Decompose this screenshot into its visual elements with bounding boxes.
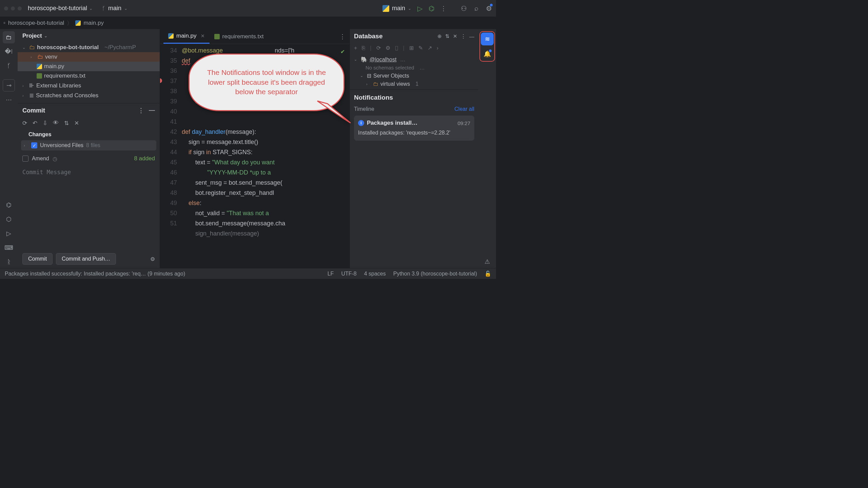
python-icon xyxy=(382,5,389,12)
more-tool-button[interactable]: ⋯ xyxy=(3,94,15,106)
python-icon xyxy=(37,64,42,69)
code-with-me-icon[interactable]: ⚇ xyxy=(461,4,467,13)
minimize-icon[interactable]: — xyxy=(149,107,155,114)
settings-button[interactable]: ⚙ xyxy=(486,4,492,13)
rollback-icon[interactable]: ↶ xyxy=(33,120,37,127)
structure-tool-button[interactable]: �⁞ xyxy=(3,45,15,58)
tabs-more-icon[interactable]: ⋮ xyxy=(339,33,346,40)
window-controls[interactable] xyxy=(4,6,22,11)
git-button[interactable]: ᚱ xyxy=(3,256,15,268)
unversioned-files-row[interactable]: › ✓ Unversioned Files 8 files xyxy=(21,140,156,150)
crumb-root[interactable]: horoscope-bot-tutorial xyxy=(8,20,64,26)
tree-venv[interactable]: venv xyxy=(45,54,57,60)
refresh-icon[interactable]: ⟳ xyxy=(22,120,27,127)
tree-ext-lib[interactable]: External Libraries xyxy=(36,82,81,89)
close-tab-icon[interactable]: ✕ xyxy=(201,33,205,39)
lock-icon[interactable]: 🔓 xyxy=(485,270,491,277)
commit-options-icon[interactable]: ⋮ xyxy=(138,107,144,114)
more-icon[interactable]: › xyxy=(437,45,438,51)
info-icon: i xyxy=(358,120,364,126)
run-config-name: main xyxy=(392,5,405,12)
project-selector[interactable]: horoscope-bot-tutorial ⌄ xyxy=(28,5,93,12)
crumb-file[interactable]: main.py xyxy=(83,20,104,26)
jump-icon[interactable]: ↗ xyxy=(428,45,432,51)
project-tree[interactable]: ⌄🗀horoscope-bot-tutorial ~/PycharmP ›🗀ve… xyxy=(18,43,160,103)
tab-main[interactable]: main.py ✕ xyxy=(163,29,210,44)
commit-button[interactable]: Commit xyxy=(22,253,53,265)
status-message[interactable]: Packages installed successfully: Install… xyxy=(5,271,185,277)
clear-all-button[interactable]: Clear all xyxy=(454,106,474,112)
virtual-views[interactable]: virtual views xyxy=(380,81,410,87)
problems-tool-button[interactable]: ⚠ xyxy=(481,255,494,268)
tree-root[interactable]: horoscope-bot-tutorial xyxy=(37,44,99,51)
shelve-icon[interactable]: ⇩ xyxy=(43,120,47,127)
python-icon xyxy=(168,33,174,39)
chevron-down-icon: ⌄ xyxy=(89,6,93,11)
target-icon[interactable]: ⊕ xyxy=(437,33,442,39)
checkbox-checked[interactable]: ✓ xyxy=(31,142,37,148)
tab-label: requirements.txt xyxy=(222,33,264,40)
table-icon[interactable]: ⊞ xyxy=(409,45,414,51)
terminal-button[interactable]: ⌨ xyxy=(3,242,15,254)
refresh-icon[interactable]: ⟳ xyxy=(376,45,381,51)
notification-title: Packages install… xyxy=(367,120,455,126)
postgres-icon: 🐘 xyxy=(361,56,368,63)
project-tool-button[interactable]: 🗀 xyxy=(3,31,15,43)
server-objects[interactable]: Server Objects xyxy=(373,73,409,79)
python-console-button[interactable]: ⬡ xyxy=(3,213,15,225)
vcs-tool-button[interactable]: ᚶ xyxy=(3,60,15,72)
expand-icon[interactable]: ⇅ xyxy=(445,33,450,39)
expand-icon[interactable]: ⇅ xyxy=(64,120,69,127)
line-separator[interactable]: LF xyxy=(328,271,334,277)
database-tool-button[interactable]: ≋ xyxy=(481,33,494,45)
group-icon[interactable]: ✕ xyxy=(74,120,79,127)
notification-body: Installed packages: 'requests~=2.28.2' xyxy=(358,129,470,137)
db-host[interactable]: @localhost xyxy=(370,57,396,63)
notification-card[interactable]: i Packages install… 09:27 Installed pack… xyxy=(354,116,474,141)
library-icon: ⊪ xyxy=(29,82,34,89)
debug-tool-button[interactable]: ⌬ xyxy=(3,199,15,211)
properties-icon[interactable]: ⚙ xyxy=(386,45,390,51)
breakpoint-icon[interactable] xyxy=(160,78,162,83)
update-dot xyxy=(490,4,493,6)
history-icon[interactable]: ◷ xyxy=(53,156,57,162)
tree-scratches[interactable]: Scratches and Consoles xyxy=(36,92,98,99)
diff-icon[interactable]: 👁 xyxy=(53,120,59,127)
encoding[interactable]: UTF-8 xyxy=(341,271,356,277)
database-tree[interactable]: ⌄🐘@localhost … No schemas selected … ⌄⊟S… xyxy=(350,54,478,89)
run-config-selector[interactable]: main ⌄ xyxy=(382,5,411,12)
more-button[interactable]: ⋮ xyxy=(440,5,447,12)
options-icon[interactable]: ⋮ xyxy=(461,33,466,39)
status-bar: Packages installed successfully: Install… xyxy=(0,268,496,279)
hide-icon[interactable]: ✕ xyxy=(453,33,457,39)
search-icon[interactable]: ⌕ xyxy=(474,4,478,13)
add-datasource-icon[interactable]: + xyxy=(354,45,357,51)
amend-checkbox[interactable] xyxy=(22,156,28,162)
minimize-icon[interactable]: — xyxy=(469,34,474,39)
debug-button[interactable]: ⌬ xyxy=(429,4,434,13)
database-title: Database xyxy=(354,33,434,40)
indent[interactable]: 4 spaces xyxy=(364,271,386,277)
branch-selector[interactable]: ᚶ main ⌄ xyxy=(102,5,127,12)
notifications-tool-button[interactable]: 🔔 xyxy=(481,47,494,60)
gutter[interactable]: 34 35 36 37 38 39 40 41 42 43 44 45 46 4… xyxy=(160,44,182,268)
tree-mainpy[interactable]: main.py xyxy=(44,63,64,70)
chevron-down-icon[interactable]: ⌄ xyxy=(44,34,47,38)
tab-label: main.py xyxy=(176,33,197,39)
tree-reqs[interactable]: requirements.txt xyxy=(44,73,85,79)
interpreter[interactable]: Python 3.9 (horoscope-bot-tutorial) xyxy=(393,271,477,277)
commit-push-button[interactable]: Commit and Push… xyxy=(56,253,116,265)
branch-name: main xyxy=(108,5,121,12)
editor-tabs: main.py ✕ requirements.txt ⋮ xyxy=(160,29,350,44)
commit-tool-button[interactable]: ⊸ xyxy=(3,79,15,92)
python-icon xyxy=(75,20,81,26)
tab-requirements[interactable]: requirements.txt xyxy=(210,29,269,44)
run-button[interactable]: ▷ xyxy=(417,4,422,13)
commit-toolbar: ⟳ ↶ ⇩ 👁 ⇅ ✕ xyxy=(18,118,160,130)
console-icon[interactable]: ⌷ xyxy=(395,45,398,51)
commit-settings-icon[interactable]: ⚙ xyxy=(150,256,155,262)
run-tool-button[interactable]: ▷ xyxy=(3,227,15,240)
duplicate-icon[interactable]: ⎘ xyxy=(362,45,365,51)
edit-icon[interactable]: ✎ xyxy=(418,45,423,51)
commit-message-input[interactable]: Commit Message xyxy=(18,165,160,250)
